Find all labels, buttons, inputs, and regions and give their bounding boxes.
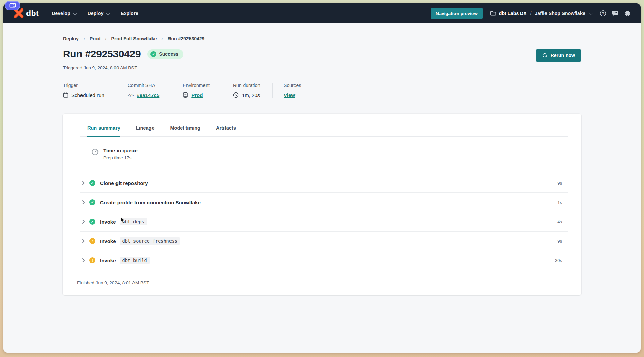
breadcrumb-job[interactable]: Prod Full Snowflake [111, 36, 157, 41]
timer-icon [91, 148, 99, 161]
navigation-preview-button[interactable]: Navigation preview [431, 8, 483, 19]
meta-trigger: Trigger Scheduled run [63, 83, 117, 98]
run-duration-value: 1m, 20s [242, 92, 260, 98]
account-name: dbt Labs DX [499, 11, 527, 16]
run-summary-card: Run summary Lineage Model timing Artifac… [63, 114, 581, 295]
step-status-icon: ! [89, 257, 95, 264]
step-command-chip: dbt build [120, 257, 150, 264]
tab-artifacts[interactable]: Artifacts [216, 125, 236, 137]
step-duration: 9s [557, 181, 568, 186]
breadcrumb-separator: › [161, 36, 163, 41]
step-duration: 9s [557, 239, 568, 244]
meta-environment: Environment Prod [183, 83, 222, 98]
rerun-now-button[interactable]: Rerun now [536, 49, 581, 62]
status-badge-label: Success [159, 51, 178, 57]
screen-share-badge[interactable] [5, 1, 20, 10]
nav-develop[interactable]: Develop [52, 11, 76, 16]
tab-model-timing[interactable]: Model timing [170, 125, 200, 137]
step-status-icon: ✓ [89, 180, 95, 186]
step-duration: 1s [557, 200, 568, 205]
app-window: dbt Develop Deploy Explore Navigation pr… [3, 3, 641, 353]
chevron-right-icon[interactable] [82, 239, 85, 243]
refresh-icon [542, 53, 548, 58]
run-meta-row: Trigger Scheduled run Commit SHA </> #9a… [63, 83, 581, 98]
help-icon[interactable]: ? [599, 10, 607, 17]
breadcrumb-slash: / [530, 11, 532, 16]
step-row-dbt-deps[interactable]: ✓ Invoke dbt deps 4s [80, 212, 568, 231]
chevron-down-icon [589, 11, 593, 15]
chevron-right-icon[interactable] [82, 258, 85, 263]
step-row-create-profile[interactable]: ✓ Create profile from connection Snowfla… [80, 192, 568, 212]
status-badge: ✓ Success [147, 49, 183, 59]
gear-icon[interactable] [624, 10, 631, 17]
meta-sources: Sources View [284, 83, 313, 98]
commit-sha-link[interactable]: #9a147c5 [137, 92, 160, 98]
page: Deploy › Prod › Prod Full Snowflake › Ru… [3, 23, 641, 353]
check-circle-icon: ✓ [150, 51, 156, 57]
tab-bar: Run summary Lineage Model timing Artifac… [87, 125, 568, 137]
database-icon [183, 92, 188, 98]
chevron-down-icon [106, 11, 110, 15]
breadcrumb-separator: › [105, 36, 107, 41]
queue-title: Time in queue [103, 148, 138, 153]
page-title: Run #292530429 [63, 48, 141, 60]
step-row-dbt-build[interactable]: ! Invoke dbt build 30s [80, 251, 568, 270]
dbt-logo-text: dbt [26, 9, 39, 18]
time-in-queue-block: Time in queue Prep time 17s [80, 137, 568, 173]
clock-icon [233, 92, 239, 98]
trigger-value: Scheduled run [71, 92, 104, 98]
step-row-clone-git[interactable]: ✓ Clone git repository 9s [80, 173, 568, 192]
step-duration: 30s [555, 258, 568, 263]
calendar-icon [63, 92, 68, 98]
environment-link[interactable]: Prod [191, 92, 203, 98]
breadcrumb-prod[interactable]: Prod [90, 36, 101, 41]
sources-view-link[interactable]: View [284, 92, 295, 98]
project-switcher[interactable]: dbt Labs DX / Jaffle Shop Snowflake [490, 11, 592, 16]
breadcrumb: Deploy › Prod › Prod Full Snowflake › Ru… [63, 36, 581, 41]
screen-share-icon [9, 3, 16, 8]
project-name: Jaffle Shop Snowflake [535, 11, 585, 16]
step-status-icon: ✓ [89, 219, 95, 225]
svg-text:?: ? [602, 11, 604, 15]
triggered-timestamp: Triggered Jun 9, 2024, 8:00 AM BST [63, 65, 581, 70]
step-command-chip: dbt deps [120, 218, 147, 225]
breadcrumb-deploy[interactable]: Deploy [63, 36, 79, 41]
step-command-chip: dbt source freshness [120, 237, 180, 245]
step-status-icon: ! [89, 238, 95, 244]
tab-lineage[interactable]: Lineage [136, 125, 155, 137]
top-navbar: dbt Develop Deploy Explore Navigation pr… [3, 3, 641, 23]
meta-run-duration: Run duration 1m, 20s [233, 83, 273, 98]
prep-time-link[interactable]: Prep time 17s [103, 155, 131, 160]
chevron-right-icon[interactable] [82, 200, 85, 205]
tab-run-summary[interactable]: Run summary [87, 125, 120, 137]
nav-explore[interactable]: Explore [121, 11, 138, 16]
title-row: Run #292530429 ✓ Success Rerun now [63, 48, 581, 60]
breadcrumb-run: Run #292530429 [167, 36, 204, 41]
finished-timestamp: Finished Jun 9, 2024, 8:01 AM BST [77, 270, 568, 285]
folder-icon [490, 11, 496, 16]
nav-deploy[interactable]: Deploy [88, 11, 109, 16]
chevron-right-icon[interactable] [82, 219, 85, 224]
chevron-right-icon[interactable] [82, 181, 85, 185]
step-duration: 4s [557, 219, 568, 224]
breadcrumb-separator: › [84, 36, 85, 41]
code-icon: </> [128, 93, 134, 98]
navbar-icon-group: ? [599, 10, 631, 17]
chevron-down-icon [73, 11, 77, 15]
step-row-dbt-source-freshness[interactable]: ! Invoke dbt source freshness 9s [80, 231, 568, 251]
meta-commit-sha: Commit SHA </> #9a147c5 [128, 83, 172, 98]
main-nav: Develop Deploy Explore [52, 11, 138, 16]
feedback-icon[interactable] [611, 10, 619, 17]
step-status-icon: ✓ [89, 199, 95, 205]
navbar-right: Navigation preview dbt Labs DX / Jaffle … [431, 8, 631, 19]
